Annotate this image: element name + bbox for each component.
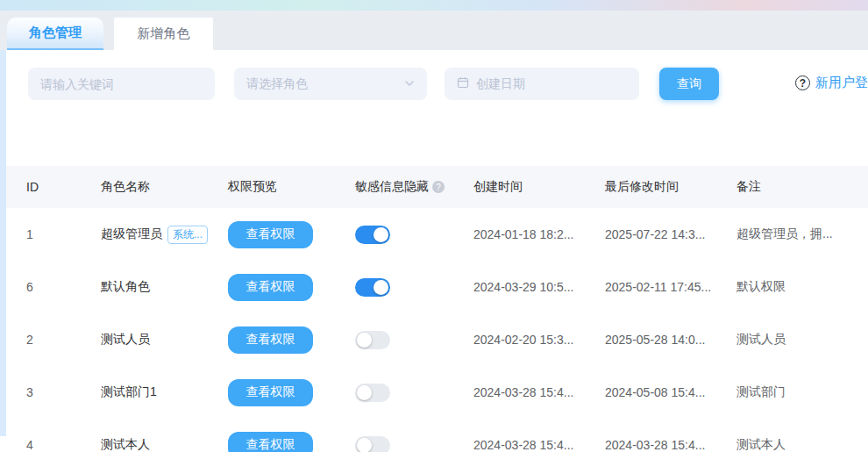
sensitive-toggle[interactable] bbox=[355, 226, 390, 244]
cell-modified: 2024-05-08 15:4... bbox=[605, 385, 736, 399]
sensitive-toggle[interactable] bbox=[355, 384, 390, 402]
new-user-guide-label: 新用户登录指引 bbox=[815, 75, 868, 91]
toggle-knob bbox=[357, 385, 372, 400]
role-select[interactable]: 请选择角色 bbox=[234, 68, 427, 100]
toggle-knob bbox=[357, 438, 372, 452]
view-permission-button[interactable]: 查看权限 bbox=[228, 221, 313, 248]
cell-role-name: 默认角色 bbox=[101, 279, 228, 295]
cell-modified: 2025-05-28 14:0... bbox=[605, 333, 736, 347]
cell-role-name: 超级管理员 系统... bbox=[101, 226, 228, 244]
sensitive-toggle[interactable] bbox=[355, 331, 390, 349]
table-row: 2 测试人员 查看权限 2024-02-20 15:3... 2025-05-2… bbox=[6, 313, 868, 366]
role-name: 测试部门1 bbox=[101, 384, 157, 400]
table-row: 4 测试本人 查看权限 2024-03-28 15:4... 2024-03-2… bbox=[6, 419, 868, 452]
cell-remark: 默认权限 bbox=[736, 279, 868, 295]
column-header-id: ID bbox=[26, 180, 101, 194]
role-name: 超级管理员 bbox=[101, 226, 162, 242]
column-header-modified-time: 最后修改时间 bbox=[605, 179, 736, 195]
view-permission-button[interactable]: 查看权限 bbox=[228, 326, 313, 354]
cell-created: 2024-03-28 15:4... bbox=[473, 438, 605, 452]
column-header-created-time: 创建时间 bbox=[473, 179, 605, 195]
cell-modified: 2025-02-11 17:45... bbox=[605, 280, 736, 294]
cell-id: 3 bbox=[26, 385, 101, 399]
toggle-knob bbox=[374, 227, 388, 242]
cell-role-name: 测试人员 bbox=[101, 332, 228, 348]
cell-remark: 超级管理员，拥... bbox=[736, 226, 868, 242]
toggle-knob bbox=[357, 333, 372, 348]
cell-permission: 查看权限 bbox=[228, 221, 355, 248]
cell-created: 2024-01-18 18:2... bbox=[473, 227, 605, 241]
tab-role-management[interactable]: 角色管理 bbox=[7, 18, 103, 50]
table-header: ID 角色名称 权限预览 敏感信息隐藏 ? 创建时间 最后修改时间 备注 bbox=[6, 166, 868, 208]
view-permission-button[interactable]: 查看权限 bbox=[228, 432, 313, 452]
help-tooltip-icon[interactable]: ? bbox=[432, 181, 445, 193]
role-name: 默认角色 bbox=[101, 279, 150, 295]
table-row: 3 测试部门1 查看权限 2024-03-28 15:4... 2024-05-… bbox=[6, 366, 868, 419]
cell-role-name: 测试部门1 bbox=[101, 384, 228, 400]
role-name: 测试人员 bbox=[101, 332, 150, 348]
question-circle-icon: ? bbox=[795, 75, 810, 90]
cell-id: 4 bbox=[26, 438, 101, 452]
toggle-knob bbox=[374, 280, 388, 295]
cell-role-name: 测试本人 bbox=[101, 437, 228, 452]
sensitive-toggle[interactable] bbox=[355, 436, 390, 452]
calendar-icon bbox=[457, 76, 476, 91]
column-header-remark: 备注 bbox=[736, 179, 868, 195]
cell-remark: 测试人员 bbox=[736, 332, 868, 348]
left-background-strip bbox=[0, 50, 6, 436]
cell-id: 1 bbox=[26, 227, 101, 241]
create-date-picker[interactable]: 创建日期 bbox=[445, 68, 639, 100]
cell-id: 2 bbox=[26, 333, 101, 347]
role-select-placeholder: 请选择角色 bbox=[246, 76, 308, 92]
view-permission-button[interactable]: 查看权限 bbox=[228, 274, 313, 301]
role-name: 测试本人 bbox=[101, 437, 150, 452]
cell-created: 2024-03-29 10:5... bbox=[473, 280, 605, 294]
keyword-input[interactable] bbox=[28, 68, 215, 100]
cell-permission: 查看权限 bbox=[228, 274, 355, 301]
cell-remark: 测试本人 bbox=[736, 437, 868, 452]
role-management-screen: 角色管理 新增角色 请选择角色 bbox=[0, 0, 868, 452]
content-card: 请选择角色 bbox=[6, 50, 868, 452]
sensitive-toggle[interactable] bbox=[355, 278, 390, 297]
table-row: 6 默认角色 查看权限 2024-03-29 10:5... 2025-02-1… bbox=[6, 261, 868, 313]
cell-sensitive bbox=[355, 331, 473, 349]
cell-sensitive bbox=[355, 278, 473, 297]
new-user-guide-link[interactable]: ? 新用户登录指引 bbox=[795, 75, 868, 91]
table-body: 1 超级管理员 系统... 查看权限 2024-01-18 18:2... 20… bbox=[6, 208, 868, 452]
cell-remark: 测试部门 bbox=[736, 384, 868, 400]
cell-sensitive bbox=[355, 226, 473, 244]
search-button[interactable]: 查询 bbox=[659, 68, 719, 100]
view-permission-button[interactable]: 查看权限 bbox=[228, 379, 313, 406]
chevron-down-icon bbox=[404, 77, 415, 91]
sensitive-hide-label: 敏感信息隐藏 bbox=[355, 179, 429, 195]
cell-sensitive bbox=[355, 384, 473, 402]
cell-permission: 查看权限 bbox=[228, 326, 355, 354]
cell-created: 2024-03-28 15:4... bbox=[473, 385, 605, 399]
tab-add-role[interactable]: 新增角色 bbox=[114, 18, 213, 50]
cell-modified: 2025-07-22 14:3... bbox=[605, 227, 736, 241]
date-picker-placeholder: 创建日期 bbox=[476, 76, 525, 92]
role-tag: 系统... bbox=[167, 226, 208, 244]
column-header-permission-preview: 权限预览 bbox=[228, 179, 355, 195]
cell-permission: 查看权限 bbox=[228, 432, 355, 452]
main-area: 请选择角色 bbox=[0, 50, 868, 452]
column-header-role-name: 角色名称 bbox=[101, 179, 228, 195]
cell-sensitive bbox=[355, 436, 473, 452]
table-row: 1 超级管理员 系统... 查看权限 2024-01-18 18:2... 20… bbox=[6, 208, 868, 261]
top-gradient-bar bbox=[0, 0, 868, 11]
column-header-sensitive-hide: 敏感信息隐藏 ? bbox=[355, 179, 473, 195]
cell-created: 2024-02-20 15:3... bbox=[473, 333, 605, 347]
cell-id: 6 bbox=[26, 280, 101, 294]
cell-permission: 查看权限 bbox=[228, 379, 355, 406]
tab-bar: 角色管理 新增角色 bbox=[0, 11, 868, 50]
cell-modified: 2024-03-28 15:4... bbox=[605, 438, 736, 452]
filter-toolbar: 请选择角色 bbox=[6, 50, 868, 133]
